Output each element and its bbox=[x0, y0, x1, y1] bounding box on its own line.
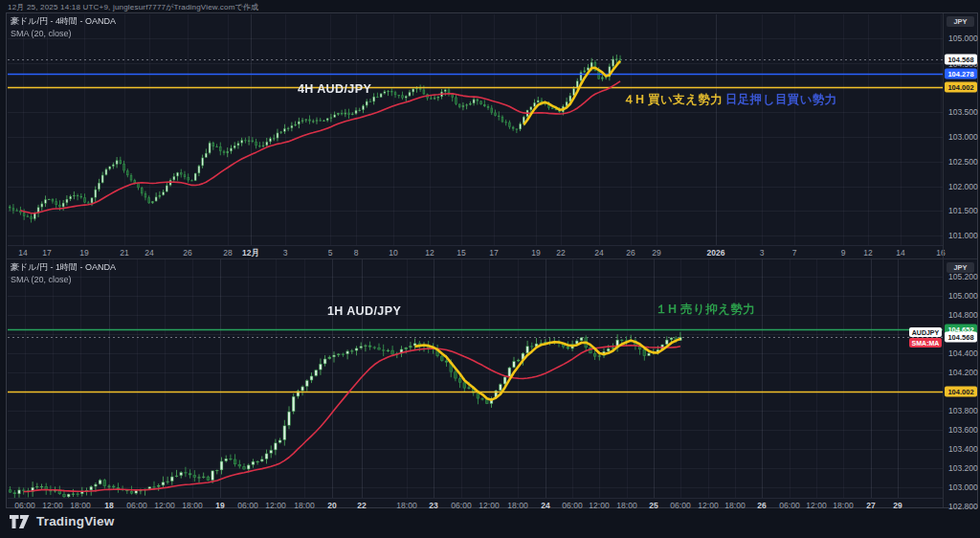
time-label: 10 bbox=[389, 248, 397, 258]
tradingview-logo-icon bbox=[10, 515, 31, 528]
time-label: 06:00 bbox=[14, 501, 34, 510]
indicator-title-1h[interactable]: SMA (20, close) bbox=[11, 275, 116, 284]
price-tag: 104.568 bbox=[945, 55, 977, 65]
time-label: 12 bbox=[863, 248, 872, 258]
time-label: 18:00 bbox=[507, 501, 527, 510]
candlestick-chart-4h[interactable] bbox=[8, 14, 943, 245]
legend-4h[interactable]: 豪ドル/円 - 4時間 - OANDA SMA (20, close) bbox=[11, 15, 116, 38]
time-label: 06:00 bbox=[562, 501, 582, 510]
price-label: 103.000 bbox=[948, 482, 978, 492]
time-label: 18:00 bbox=[294, 501, 314, 510]
price-scale[interactable]: 105.000104.500103.500103.000102.500102.0… bbox=[943, 13, 978, 507]
time-label: 12:00 bbox=[265, 501, 285, 510]
symbol-title-1h[interactable]: 豪ドル/円 - 1時間 - OANDA bbox=[11, 261, 116, 274]
time-label: 9 bbox=[841, 248, 846, 258]
time-label: 19 bbox=[79, 248, 88, 258]
time-label: 12:00 bbox=[479, 501, 499, 510]
time-label: 06:00 bbox=[670, 501, 690, 510]
time-label: 24 bbox=[541, 501, 549, 510]
time-label: 06:00 bbox=[779, 501, 799, 510]
price-label: 104.800 bbox=[948, 310, 978, 320]
time-label: 06:00 bbox=[126, 501, 146, 510]
price-label: 104.200 bbox=[948, 368, 978, 377]
price-label: 102.800 bbox=[948, 502, 978, 511]
time-label: 25 bbox=[649, 501, 657, 510]
price-label: 103.200 bbox=[948, 463, 978, 473]
price-label: 105.000 bbox=[948, 34, 978, 43]
note-4h-buy-support: ４H 買い支え勢力 bbox=[623, 92, 723, 108]
time-label: 12:00 bbox=[806, 501, 826, 510]
time-label: 18:00 bbox=[724, 501, 745, 510]
time-label: 06:00 bbox=[451, 501, 471, 510]
time-label: 18 bbox=[104, 501, 113, 510]
time-label: 8 bbox=[354, 248, 359, 258]
time-label: 18:00 bbox=[182, 501, 202, 510]
time-label: 12:00 bbox=[42, 501, 62, 510]
indicator-tag-sma[interactable]: SMA:MA bbox=[909, 338, 942, 347]
time-label: 12:00 bbox=[698, 501, 718, 510]
price-tag: 104.278 bbox=[945, 69, 977, 79]
series-tag-audjpy[interactable]: AUDJPY bbox=[909, 327, 942, 337]
time-label: 27 bbox=[866, 501, 875, 510]
price-label: 105.200 bbox=[948, 272, 978, 281]
currency-button-jpy-4h[interactable]: JPY bbox=[947, 16, 974, 27]
tradingview-logo[interactable]: TradingView bbox=[10, 514, 114, 528]
price-label: 104.400 bbox=[948, 348, 978, 358]
candlestick-chart-1h[interactable] bbox=[8, 259, 943, 498]
chart-frame: 1417192124262812月35810121517192224262920… bbox=[6, 12, 978, 508]
time-label: 7 bbox=[792, 248, 797, 258]
time-label: 22 bbox=[556, 248, 565, 258]
time-label: 14 bbox=[18, 248, 27, 258]
time-axis-4h[interactable]: 1417192124262812月35810121517192224262920… bbox=[8, 245, 943, 258]
time-label: 18:00 bbox=[396, 501, 416, 510]
attribution-text: 12月 25, 2025 14:18 UTC+9, junglesurf7777… bbox=[8, 2, 258, 12]
price-label: 103.000 bbox=[948, 132, 978, 142]
label-1h-audjpy: 1H AUD/JPY bbox=[327, 304, 401, 318]
time-label: 12 bbox=[425, 248, 434, 258]
time-label: 29 bbox=[652, 248, 660, 258]
price-label: 105.000 bbox=[948, 291, 978, 301]
currency-button-jpy-1h[interactable]: JPY bbox=[947, 262, 974, 273]
time-label: 2026 bbox=[707, 248, 725, 258]
note-1h-sell-pressure: １H 売り抑え勢力 bbox=[656, 302, 755, 318]
time-label: 17 bbox=[489, 248, 498, 258]
time-label: 18:00 bbox=[616, 501, 636, 510]
price-label: 103.600 bbox=[948, 425, 978, 435]
price-label: 101.000 bbox=[948, 231, 978, 240]
time-label: 12:00 bbox=[589, 501, 609, 510]
time-label: 21 bbox=[120, 248, 128, 258]
time-label: 20 bbox=[327, 501, 336, 510]
time-label: 26 bbox=[626, 248, 635, 258]
time-label: 5 bbox=[328, 248, 333, 258]
time-label: 26 bbox=[183, 248, 191, 258]
time-label: 18:00 bbox=[70, 501, 90, 510]
time-label: 06:00 bbox=[237, 501, 257, 510]
pane-divider[interactable] bbox=[7, 258, 977, 259]
price-label: 102.000 bbox=[948, 182, 978, 191]
time-label: 28 bbox=[223, 248, 232, 258]
legend-1h[interactable]: 豪ドル/円 - 1時間 - OANDA SMA (20, close) bbox=[11, 261, 116, 284]
time-label: 18:00 bbox=[833, 501, 853, 510]
label-4h-audjpy: 4H AUD/JPY bbox=[298, 82, 371, 96]
price-label: 101.500 bbox=[948, 206, 978, 215]
time-label: 24 bbox=[594, 248, 603, 258]
tradingview-logo-text: TradingView bbox=[36, 514, 114, 528]
price-label: 103.400 bbox=[948, 444, 978, 454]
time-label: 23 bbox=[429, 501, 437, 510]
price-label: 102.500 bbox=[948, 157, 978, 167]
price-tag: 104.002 bbox=[945, 82, 977, 93]
time-label: 22 bbox=[357, 501, 366, 510]
time-label: 3 bbox=[283, 248, 288, 258]
time-label: 26 bbox=[757, 501, 766, 510]
time-label: 14 bbox=[896, 248, 904, 258]
indicator-title-4h[interactable]: SMA (20, close) bbox=[11, 29, 116, 38]
time-label: 29 bbox=[893, 501, 902, 510]
time-axis-1h[interactable]: 06:0012:0018:001806:0012:0018:001906:001… bbox=[8, 498, 943, 510]
symbol-title-4h[interactable]: 豪ドル/円 - 4時間 - OANDA bbox=[11, 15, 116, 28]
price-label: 103.500 bbox=[948, 107, 978, 117]
time-label: 24 bbox=[145, 248, 153, 258]
price-tag: 104.002 bbox=[945, 387, 977, 397]
time-label: 17 bbox=[42, 248, 51, 258]
time-label: 15 bbox=[457, 248, 465, 258]
time-label: 19 bbox=[531, 248, 540, 258]
